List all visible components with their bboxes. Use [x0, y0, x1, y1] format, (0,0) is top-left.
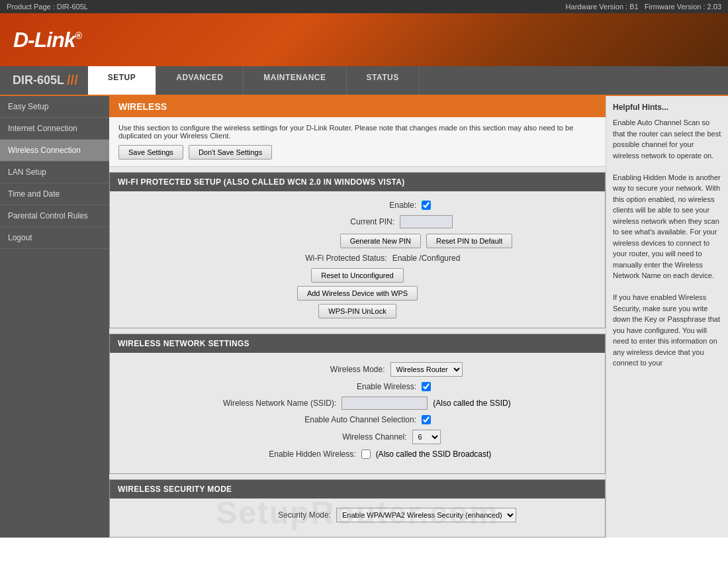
enable-control — [422, 201, 431, 210]
wireless-network-body: Wireless Mode: Wireless Router Access Po… — [110, 353, 605, 473]
enable-wireless-row: Enable Wireless: — [123, 382, 592, 391]
save-settings-button[interactable]: Save Settings — [118, 145, 183, 160]
security-mode-label: Security Mode: — [199, 510, 331, 520]
security-mode-control: Enable WPA/WPA2 Wireless Security (enhan… — [336, 508, 516, 522]
generate-pin-button[interactable]: Generate New PIN — [340, 234, 421, 248]
sidebar-item-logout[interactable]: Logout — [0, 227, 109, 249]
wps-status-label: Wi-Fi Protected Status: — [255, 254, 387, 263]
tab-maintenance[interactable]: MAINTENANCE — [244, 66, 346, 95]
wireless-mode-control: Wireless Router Access Point Client Mode — [390, 362, 463, 377]
enable-row: Enable: — [123, 201, 592, 210]
hardware-version: Hardware Version : B1 — [566, 3, 639, 11]
wps-status-value: Enable /Configured — [392, 254, 461, 263]
security-section-header: WIRELESS SECURITY MODE — [110, 480, 605, 499]
current-pin-label: Current PIN: — [262, 217, 394, 226]
channel-row: Wireless Channel: 1 2 3 4 5 6 7 8 — [123, 430, 592, 444]
top-bar: Product Page : DIR-605L Hardware Version… — [0, 0, 728, 13]
nav-tabs: DIR-605L​/// SETUP ADVANCED MAINTENANCE … — [0, 66, 728, 96]
ssid-label: Wireless Network Name (SSID): — [204, 399, 336, 408]
pin-buttons-row: Generate New PIN Reset PIN to Default — [123, 234, 592, 248]
tab-advanced[interactable]: ADVANCED — [156, 66, 244, 95]
ssid-input[interactable] — [341, 397, 428, 410]
wps-status-control: Enable /Configured — [392, 254, 461, 263]
hidden-wireless-checkbox[interactable] — [361, 450, 371, 459]
sidebar-item-time-date[interactable]: Time and Date — [0, 183, 109, 205]
enable-checkbox[interactable] — [422, 201, 431, 210]
version-info: Hardware Version : B1 Firmware Version :… — [566, 3, 721, 11]
ssid-row: Wireless Network Name (SSID): (Also call… — [123, 397, 592, 410]
sidebar-item-wireless-connection[interactable]: Wireless Connection — [0, 140, 109, 162]
security-mode-select[interactable]: Enable WPA/WPA2 Wireless Security (enhan… — [336, 508, 516, 522]
hidden-wireless-hint: (Also called the SSID Broadcast) — [376, 450, 492, 459]
pin-buttons-control: Generate New PIN Reset PIN to Default — [340, 234, 513, 248]
wps-status-row: Wi-Fi Protected Status: Enable /Configur… — [123, 254, 592, 263]
logo-text: D-Link® — [13, 28, 81, 52]
hidden-wireless-label: Enable Hidden Wireless: — [224, 450, 356, 459]
tab-status[interactable]: STATUS — [347, 66, 420, 95]
security-section-body: Security Mode: Enable WPA/WPA2 Wireless … — [110, 499, 605, 537]
auto-channel-row: Enable Auto Channel Selection: — [123, 415, 592, 424]
wireless-network-section: WIRELESS NETWORK SETTINGS Wireless Mode:… — [109, 334, 606, 474]
wps-section: WI-FI PROTECTED SETUP (ALSO CALLED WCN 2… — [109, 172, 606, 328]
sidebar-item-easy-setup[interactable]: Easy Setup — [0, 96, 109, 118]
wireless-network-header: WIRELESS NETWORK SETTINGS — [110, 334, 605, 353]
enable-wireless-control — [422, 382, 431, 391]
reset-unconfigured-button[interactable]: Reset to Unconfigured — [311, 268, 403, 283]
enable-wireless-label: Enable Wireless: — [284, 382, 416, 391]
wireless-section-header: WIRELESS — [109, 96, 606, 117]
channel-control: 1 2 3 4 5 6 7 8 9 10 11 — [412, 430, 441, 444]
auto-channel-checkbox[interactable] — [422, 415, 431, 424]
hints-title: Helpful Hints... — [613, 103, 721, 112]
wireless-mode-row: Wireless Mode: Wireless Router Access Po… — [123, 362, 592, 377]
ssid-hint: (Also called the SSID) — [433, 399, 510, 408]
wps-action-buttons: Reset to Unconfigured Add Wireless Devic… — [123, 268, 592, 318]
wps-section-body: Enable: Current PIN: — [110, 191, 605, 328]
dont-save-settings-button[interactable]: Don't Save Settings — [189, 145, 272, 160]
intro-btn-row: Save Settings Don't Save Settings — [118, 145, 596, 160]
firmware-version: Firmware Version : 2.03 — [645, 3, 721, 11]
hidden-wireless-row: Enable Hidden Wireless: (Also called the… — [123, 450, 592, 459]
device-label: DIR-605L​/// — [0, 66, 88, 95]
main-layout: Easy Setup Internet Connection Wireless … — [0, 96, 728, 538]
intro-box: Use this section to configure the wirele… — [109, 117, 606, 167]
sidebar-item-parental-control[interactable]: Parental Control Rules — [0, 205, 109, 227]
hidden-wireless-control: (Also called the SSID Broadcast) — [361, 450, 492, 459]
wireless-mode-select[interactable]: Wireless Router Access Point Client Mode — [390, 362, 463, 377]
current-pin-input[interactable] — [400, 215, 453, 228]
hints-panel: Helpful Hints... Enable Auto Channel Sca… — [606, 96, 728, 538]
wps-pin-unlock-button[interactable]: WPS-PIN UnLock — [318, 304, 396, 318]
channel-label: Wireless Channel: — [275, 432, 407, 442]
reset-pin-button[interactable]: Reset PIN to Default — [426, 234, 512, 248]
wireless-mode-label: Wireless Mode: — [253, 365, 385, 374]
content-area: WIRELESS Use this section to configure t… — [109, 96, 606, 538]
current-pin-control — [400, 215, 453, 228]
sidebar-item-lan-setup[interactable]: LAN Setup — [0, 162, 109, 183]
sidebar-item-internet-connection[interactable]: Internet Connection — [0, 118, 109, 140]
hints-text: Enable Auto Channel Scan so that the rou… — [613, 117, 721, 369]
auto-channel-control — [422, 415, 431, 424]
security-section: WIRELESS SECURITY MODE Security Mode: En… — [109, 479, 606, 538]
channel-select[interactable]: 1 2 3 4 5 6 7 8 9 10 11 — [412, 430, 441, 444]
product-label: Product Page : DIR-605L — [7, 3, 88, 11]
auto-channel-label: Enable Auto Channel Selection: — [284, 415, 416, 424]
enable-label: Enable: — [284, 201, 416, 210]
sidebar: Easy Setup Internet Connection Wireless … — [0, 96, 109, 538]
enable-wireless-checkbox[interactable] — [422, 382, 431, 391]
header: D-Link® — [0, 13, 728, 66]
current-pin-row: Current PIN: — [123, 215, 592, 228]
wps-section-header: WI-FI PROTECTED SETUP (ALSO CALLED WCN 2… — [110, 173, 605, 191]
tab-setup[interactable]: SETUP — [88, 66, 157, 95]
add-wireless-device-button[interactable]: Add Wireless Device with WPS — [297, 286, 418, 301]
content-wrapper: WIRELESS Use this section to configure t… — [109, 96, 606, 538]
intro-text: Use this section to configure the wirele… — [118, 124, 596, 140]
logo: D-Link® — [13, 28, 81, 52]
ssid-control: (Also called the SSID) — [341, 397, 510, 410]
security-mode-row: Security Mode: Enable WPA/WPA2 Wireless … — [123, 508, 592, 522]
